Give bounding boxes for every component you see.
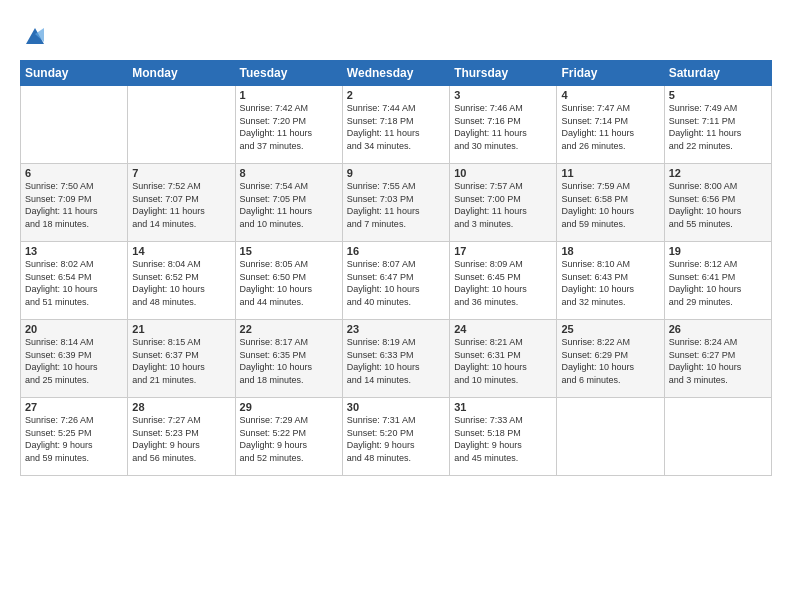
calendar-cell xyxy=(21,86,128,164)
day-info: Sunrise: 8:04 AM Sunset: 6:52 PM Dayligh… xyxy=(132,258,230,308)
day-info: Sunrise: 7:50 AM Sunset: 7:09 PM Dayligh… xyxy=(25,180,123,230)
calendar-cell: 31Sunrise: 7:33 AM Sunset: 5:18 PM Dayli… xyxy=(450,398,557,476)
calendar-cell: 11Sunrise: 7:59 AM Sunset: 6:58 PM Dayli… xyxy=(557,164,664,242)
day-number: 14 xyxy=(132,245,230,257)
calendar-cell: 10Sunrise: 7:57 AM Sunset: 7:00 PM Dayli… xyxy=(450,164,557,242)
day-number: 26 xyxy=(669,323,767,335)
header xyxy=(20,18,772,50)
calendar-cell: 22Sunrise: 8:17 AM Sunset: 6:35 PM Dayli… xyxy=(235,320,342,398)
day-info: Sunrise: 7:29 AM Sunset: 5:22 PM Dayligh… xyxy=(240,414,338,464)
day-info: Sunrise: 7:57 AM Sunset: 7:00 PM Dayligh… xyxy=(454,180,552,230)
day-number: 29 xyxy=(240,401,338,413)
calendar-table: SundayMondayTuesdayWednesdayThursdayFrid… xyxy=(20,60,772,476)
day-info: Sunrise: 7:49 AM Sunset: 7:11 PM Dayligh… xyxy=(669,102,767,152)
day-info: Sunrise: 7:31 AM Sunset: 5:20 PM Dayligh… xyxy=(347,414,445,464)
day-number: 18 xyxy=(561,245,659,257)
weekday-header: Tuesday xyxy=(235,61,342,86)
day-number: 27 xyxy=(25,401,123,413)
day-number: 3 xyxy=(454,89,552,101)
day-info: Sunrise: 7:42 AM Sunset: 7:20 PM Dayligh… xyxy=(240,102,338,152)
day-info: Sunrise: 8:19 AM Sunset: 6:33 PM Dayligh… xyxy=(347,336,445,386)
day-number: 1 xyxy=(240,89,338,101)
day-info: Sunrise: 7:27 AM Sunset: 5:23 PM Dayligh… xyxy=(132,414,230,464)
calendar-cell: 7Sunrise: 7:52 AM Sunset: 7:07 PM Daylig… xyxy=(128,164,235,242)
day-number: 16 xyxy=(347,245,445,257)
calendar-cell: 30Sunrise: 7:31 AM Sunset: 5:20 PM Dayli… xyxy=(342,398,449,476)
logo xyxy=(20,22,46,50)
day-number: 11 xyxy=(561,167,659,179)
day-number: 10 xyxy=(454,167,552,179)
calendar-cell: 6Sunrise: 7:50 AM Sunset: 7:09 PM Daylig… xyxy=(21,164,128,242)
day-number: 31 xyxy=(454,401,552,413)
day-info: Sunrise: 8:21 AM Sunset: 6:31 PM Dayligh… xyxy=(454,336,552,386)
day-number: 23 xyxy=(347,323,445,335)
calendar-week-row: 1Sunrise: 7:42 AM Sunset: 7:20 PM Daylig… xyxy=(21,86,772,164)
calendar-cell: 28Sunrise: 7:27 AM Sunset: 5:23 PM Dayli… xyxy=(128,398,235,476)
calendar-cell: 3Sunrise: 7:46 AM Sunset: 7:16 PM Daylig… xyxy=(450,86,557,164)
calendar-cell: 20Sunrise: 8:14 AM Sunset: 6:39 PM Dayli… xyxy=(21,320,128,398)
calendar-cell: 16Sunrise: 8:07 AM Sunset: 6:47 PM Dayli… xyxy=(342,242,449,320)
calendar-cell: 23Sunrise: 8:19 AM Sunset: 6:33 PM Dayli… xyxy=(342,320,449,398)
page: SundayMondayTuesdayWednesdayThursdayFrid… xyxy=(0,0,792,612)
calendar-week-row: 13Sunrise: 8:02 AM Sunset: 6:54 PM Dayli… xyxy=(21,242,772,320)
day-info: Sunrise: 7:54 AM Sunset: 7:05 PM Dayligh… xyxy=(240,180,338,230)
weekday-header: Friday xyxy=(557,61,664,86)
day-info: Sunrise: 8:02 AM Sunset: 6:54 PM Dayligh… xyxy=(25,258,123,308)
weekday-header: Monday xyxy=(128,61,235,86)
day-info: Sunrise: 7:59 AM Sunset: 6:58 PM Dayligh… xyxy=(561,180,659,230)
calendar-cell: 5Sunrise: 7:49 AM Sunset: 7:11 PM Daylig… xyxy=(664,86,771,164)
day-number: 5 xyxy=(669,89,767,101)
day-info: Sunrise: 8:07 AM Sunset: 6:47 PM Dayligh… xyxy=(347,258,445,308)
day-info: Sunrise: 8:12 AM Sunset: 6:41 PM Dayligh… xyxy=(669,258,767,308)
calendar-cell: 18Sunrise: 8:10 AM Sunset: 6:43 PM Dayli… xyxy=(557,242,664,320)
day-number: 15 xyxy=(240,245,338,257)
logo-icon xyxy=(24,24,46,50)
calendar-cell: 2Sunrise: 7:44 AM Sunset: 7:18 PM Daylig… xyxy=(342,86,449,164)
weekday-header: Saturday xyxy=(664,61,771,86)
day-info: Sunrise: 7:26 AM Sunset: 5:25 PM Dayligh… xyxy=(25,414,123,464)
day-info: Sunrise: 8:17 AM Sunset: 6:35 PM Dayligh… xyxy=(240,336,338,386)
day-info: Sunrise: 8:05 AM Sunset: 6:50 PM Dayligh… xyxy=(240,258,338,308)
day-info: Sunrise: 8:14 AM Sunset: 6:39 PM Dayligh… xyxy=(25,336,123,386)
calendar-cell: 12Sunrise: 8:00 AM Sunset: 6:56 PM Dayli… xyxy=(664,164,771,242)
weekday-header: Sunday xyxy=(21,61,128,86)
day-info: Sunrise: 7:52 AM Sunset: 7:07 PM Dayligh… xyxy=(132,180,230,230)
day-number: 6 xyxy=(25,167,123,179)
day-number: 7 xyxy=(132,167,230,179)
day-number: 20 xyxy=(25,323,123,335)
calendar-cell xyxy=(557,398,664,476)
calendar-cell: 25Sunrise: 8:22 AM Sunset: 6:29 PM Dayli… xyxy=(557,320,664,398)
day-number: 2 xyxy=(347,89,445,101)
day-info: Sunrise: 7:44 AM Sunset: 7:18 PM Dayligh… xyxy=(347,102,445,152)
day-number: 8 xyxy=(240,167,338,179)
day-info: Sunrise: 8:10 AM Sunset: 6:43 PM Dayligh… xyxy=(561,258,659,308)
day-info: Sunrise: 8:09 AM Sunset: 6:45 PM Dayligh… xyxy=(454,258,552,308)
day-number: 4 xyxy=(561,89,659,101)
day-info: Sunrise: 8:00 AM Sunset: 6:56 PM Dayligh… xyxy=(669,180,767,230)
calendar-cell xyxy=(664,398,771,476)
calendar-cell xyxy=(128,86,235,164)
day-info: Sunrise: 7:55 AM Sunset: 7:03 PM Dayligh… xyxy=(347,180,445,230)
day-number: 9 xyxy=(347,167,445,179)
day-number: 22 xyxy=(240,323,338,335)
calendar-cell: 8Sunrise: 7:54 AM Sunset: 7:05 PM Daylig… xyxy=(235,164,342,242)
calendar-week-row: 27Sunrise: 7:26 AM Sunset: 5:25 PM Dayli… xyxy=(21,398,772,476)
day-number: 12 xyxy=(669,167,767,179)
calendar-cell: 29Sunrise: 7:29 AM Sunset: 5:22 PM Dayli… xyxy=(235,398,342,476)
calendar-week-row: 6Sunrise: 7:50 AM Sunset: 7:09 PM Daylig… xyxy=(21,164,772,242)
calendar-cell: 13Sunrise: 8:02 AM Sunset: 6:54 PM Dayli… xyxy=(21,242,128,320)
weekday-header: Thursday xyxy=(450,61,557,86)
day-number: 21 xyxy=(132,323,230,335)
weekday-header: Wednesday xyxy=(342,61,449,86)
day-number: 25 xyxy=(561,323,659,335)
calendar-cell: 4Sunrise: 7:47 AM Sunset: 7:14 PM Daylig… xyxy=(557,86,664,164)
calendar-cell: 21Sunrise: 8:15 AM Sunset: 6:37 PM Dayli… xyxy=(128,320,235,398)
calendar-cell: 26Sunrise: 8:24 AM Sunset: 6:27 PM Dayli… xyxy=(664,320,771,398)
day-info: Sunrise: 8:15 AM Sunset: 6:37 PM Dayligh… xyxy=(132,336,230,386)
day-number: 13 xyxy=(25,245,123,257)
day-number: 24 xyxy=(454,323,552,335)
day-number: 28 xyxy=(132,401,230,413)
day-number: 17 xyxy=(454,245,552,257)
day-info: Sunrise: 7:46 AM Sunset: 7:16 PM Dayligh… xyxy=(454,102,552,152)
calendar-cell: 27Sunrise: 7:26 AM Sunset: 5:25 PM Dayli… xyxy=(21,398,128,476)
